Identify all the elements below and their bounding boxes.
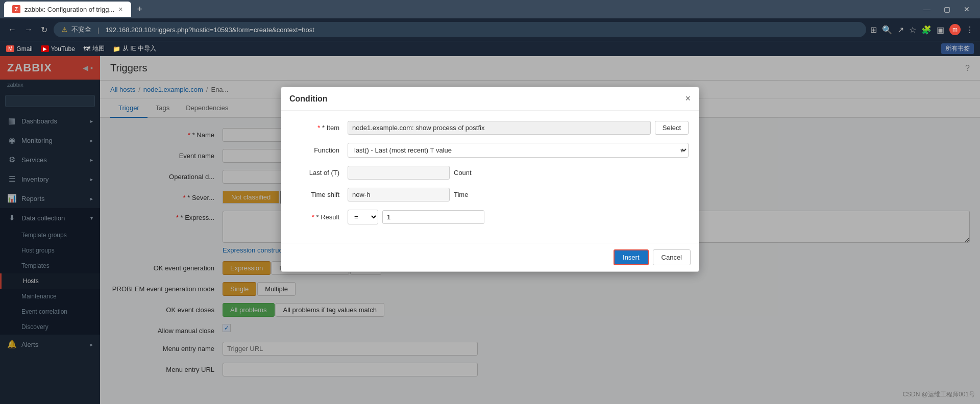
back-button[interactable]: ←: [6, 23, 18, 36]
modal-last-of-label: Last of (T): [291, 169, 348, 176]
sidebar-toggle-icon[interactable]: ▣: [937, 25, 944, 35]
modal-result-label: * Result: [291, 213, 348, 221]
url-text: 192.168.200.10/triggers.php?hostid=10593…: [105, 26, 314, 34]
tab-favicon: Z: [12, 5, 20, 13]
url-separator: |: [97, 26, 99, 34]
browser-chrome: Z zabbix: Configuration of trigg... × + …: [0, 0, 980, 56]
address-bar: ← → ↻ ⚠ 不安全 | 192.168.200.10/triggers.ph…: [0, 18, 980, 41]
ie-import-label: 从 IE 中导入: [122, 44, 156, 53]
tab-title: zabbix: Configuration of trigg...: [24, 6, 114, 13]
function-select-wrapper: last() - Last (most recent) T value: [348, 143, 689, 158]
bookmark-map[interactable]: 🗺 地图: [83, 44, 105, 53]
reload-button[interactable]: ↻: [39, 23, 50, 37]
bookmarks-bar: M Gmail ▶ YouTube 🗺 地图 📁 从 IE 中导入 所有书签: [0, 41, 980, 56]
modal-time-shift-controls: Time: [348, 188, 689, 201]
map-label: 地图: [92, 44, 105, 53]
modal-row-result: * Result =: [291, 210, 689, 224]
modal-close-button[interactable]: ×: [685, 93, 691, 104]
bookmark-youtube[interactable]: ▶ YouTube: [41, 45, 75, 53]
cancel-button[interactable]: Cancel: [653, 249, 691, 265]
new-tab-button[interactable]: +: [133, 2, 147, 17]
modal-last-of-controls: Count: [348, 166, 689, 180]
forward-button[interactable]: →: [22, 23, 35, 36]
modal-footer: Insert Cancel: [281, 243, 699, 271]
modal-row-function: Function last() - Last (most recent) T v…: [291, 143, 689, 158]
insert-button[interactable]: Insert: [614, 249, 649, 265]
modal-function-controls: last() - Last (most recent) T value: [348, 143, 689, 158]
tab-close-button[interactable]: ×: [118, 5, 122, 13]
result-operator-select[interactable]: =: [348, 210, 378, 224]
select-button[interactable]: Select: [655, 121, 689, 135]
search-icon[interactable]: 🔍: [882, 25, 892, 35]
result-value-input[interactable]: [382, 210, 484, 224]
youtube-icon: ▶: [41, 45, 49, 52]
modal-row-last-of: Last of (T) Count: [291, 166, 689, 180]
browser-toolbar: ⊞ 🔍 ↗ ☆ 🧩 ▣ m ⋮: [870, 24, 974, 35]
minimize-button[interactable]: —: [917, 3, 937, 15]
youtube-label: YouTube: [51, 45, 75, 53]
modal-title: Condition: [289, 94, 328, 104]
url-security-label: 不安全: [71, 25, 91, 34]
translate-icon[interactable]: ⊞: [870, 25, 877, 35]
modal-function-label: Function: [291, 146, 348, 154]
bookmark-gmail[interactable]: M Gmail: [6, 45, 33, 53]
window-controls: — ▢ ✕: [917, 3, 976, 15]
modal-result-controls: =: [348, 210, 689, 224]
url-bar[interactable]: ⚠ 不安全 | 192.168.200.10/triggers.php?host…: [54, 22, 866, 37]
condition-modal: Condition × * Item Select Function last(…: [281, 87, 699, 272]
modal-time-shift-label: Time shift: [291, 191, 348, 198]
profile-icon[interactable]: m: [949, 24, 961, 35]
star-icon[interactable]: ☆: [909, 25, 916, 35]
extensions-icon[interactable]: 🧩: [921, 25, 932, 35]
gmail-label: Gmail: [16, 45, 32, 53]
menu-icon[interactable]: ⋮: [966, 25, 974, 35]
map-icon: 🗺: [83, 45, 90, 53]
modal-row-time-shift: Time shift Time: [291, 188, 689, 201]
modal-item-label: * Item: [291, 124, 348, 132]
gmail-icon: M: [6, 45, 14, 52]
modal-row-item: * Item Select: [291, 121, 689, 135]
modal-header: Condition ×: [281, 87, 699, 111]
modal-item-input[interactable]: [348, 121, 651, 135]
modal-count-label: Count: [454, 169, 472, 176]
share-icon[interactable]: ↗: [897, 25, 904, 35]
modal-body: * Item Select Function last() - Last (mo…: [281, 111, 699, 243]
modal-overlay: Condition × * Item Select Function last(…: [0, 56, 980, 404]
bookmark-ie-import[interactable]: 📁 从 IE 中导入: [113, 44, 156, 53]
modal-last-of-input[interactable]: [348, 166, 450, 180]
tab-bar: Z zabbix: Configuration of trigg... × + …: [0, 0, 980, 18]
modal-time-shift-input[interactable]: [348, 188, 450, 201]
all-bookmarks[interactable]: 所有书签: [941, 43, 974, 54]
close-window-button[interactable]: ✕: [958, 3, 976, 15]
modal-item-controls: Select: [348, 121, 689, 135]
modal-time-label: Time: [454, 191, 468, 198]
maximize-button[interactable]: ▢: [938, 3, 957, 15]
function-select[interactable]: last() - Last (most recent) T value: [348, 143, 689, 158]
active-tab[interactable]: Z zabbix: Configuration of trigg... ×: [4, 2, 131, 17]
folder-icon: 📁: [113, 45, 120, 53]
security-icon: ⚠: [62, 26, 67, 33]
